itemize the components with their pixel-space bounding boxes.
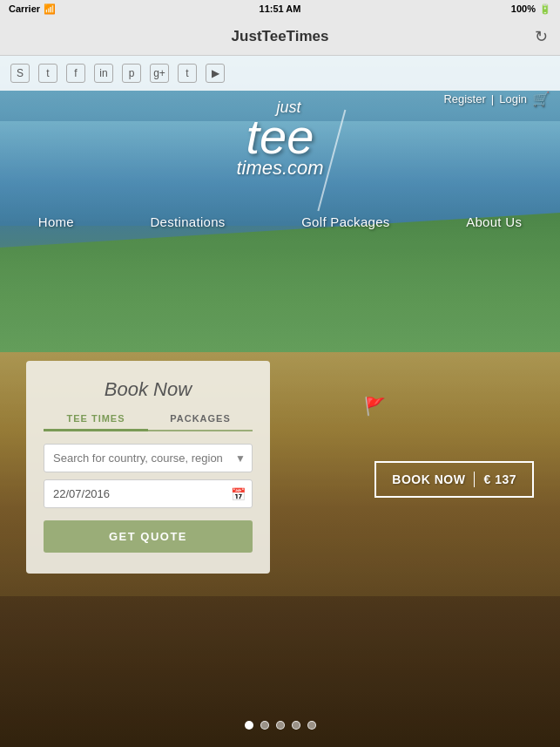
pagination-dot-3[interactable] (276, 721, 285, 730)
logo-tee: tee (236, 115, 323, 159)
calendar-icon: 📅 (231, 487, 246, 501)
social-bar: S t f in p g+ t ▶ (0, 56, 560, 91)
book-panel-title: Book Now (44, 378, 253, 401)
carrier-text: Carrier (9, 3, 40, 14)
status-bar: Carrier 📶 11:51 AM 100% 🔋 (0, 0, 560, 17)
battery-icon: 🔋 (539, 3, 551, 15)
tabs-row: TEE TIMES PACKAGES (44, 413, 253, 431)
pagination-dot-4[interactable] (292, 721, 300, 730)
nav-bar: Home Destinations Golf Packages About Us (0, 202, 560, 241)
pagination-dot-5[interactable] (307, 721, 316, 730)
pagination-dot-1[interactable] (245, 721, 253, 730)
book-cta-price: € 137 (483, 472, 516, 486)
twitter-icon[interactable]: t (178, 64, 197, 83)
title-bar: JustTeeTimes ↻ (0, 17, 560, 56)
date-row: 📅 (44, 479, 253, 508)
date-input[interactable] (44, 479, 253, 508)
tab-packages[interactable]: PACKAGES (148, 413, 253, 430)
google-plus-icon[interactable]: g+ (150, 64, 169, 83)
cta-divider (474, 472, 475, 487)
dropdown-arrow-icon: ▼ (235, 452, 246, 465)
nav-about-us[interactable]: About Us (466, 214, 522, 229)
logo-times: times.com (236, 159, 323, 178)
pinterest-icon[interactable]: p (122, 64, 141, 83)
nav-destinations[interactable]: Destinations (150, 214, 225, 229)
facebook-icon[interactable]: f (66, 64, 85, 83)
nav-golf-packages[interactable]: Golf Packages (301, 214, 389, 229)
logo-container: just tee times.com (236, 99, 323, 178)
refresh-icon[interactable]: ↻ (535, 27, 548, 46)
pagination-dot-2[interactable] (260, 721, 269, 730)
flag-pin: 🚩 (364, 396, 386, 417)
wifi-icon: 📶 (44, 3, 56, 15)
skype-icon[interactable]: S (10, 64, 30, 83)
status-right: 100% 🔋 (511, 3, 551, 15)
status-time: 11:51 AM (260, 3, 301, 14)
tab-tee-times[interactable]: TEE TIMES (44, 413, 148, 431)
status-left: Carrier 📶 (9, 3, 56, 15)
search-row: ▼ (44, 444, 253, 472)
tumblr-icon[interactable]: t (38, 64, 57, 83)
nav-home[interactable]: Home (38, 214, 74, 229)
auth-bar: Register | Login 🛒 (443, 91, 550, 107)
app-title: JustTeeTimes (232, 28, 329, 45)
book-cta-button[interactable]: BOOK NOW € 137 (374, 461, 534, 498)
login-link[interactable]: Login (499, 92, 527, 105)
register-link[interactable]: Register (443, 92, 485, 105)
youtube-icon[interactable]: ▶ (206, 64, 225, 83)
pagination (245, 721, 316, 730)
search-input[interactable] (44, 444, 253, 472)
book-cta-label: BOOK NOW (392, 472, 465, 486)
linkedin-icon[interactable]: in (94, 64, 113, 83)
get-quote-button[interactable]: GET QUOTE (44, 520, 253, 553)
auth-separator: | (491, 92, 494, 105)
book-panel: Book Now TEE TIMES PACKAGES ▼ 📅 GET QUOT… (26, 361, 270, 574)
main-content: S t f in p g+ t ▶ Register | Login 🛒 jus… (0, 56, 560, 747)
battery-text: 100% (511, 3, 536, 14)
cart-icon[interactable]: 🛒 (532, 91, 550, 107)
